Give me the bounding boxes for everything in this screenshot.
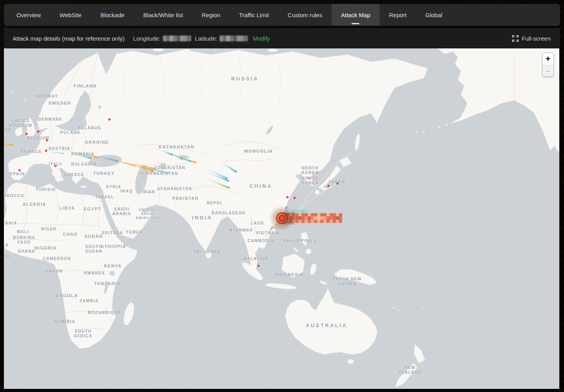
island-hokkaido [339, 157, 352, 167]
island-borneo [282, 254, 305, 278]
island-sardinia [52, 169, 55, 176]
fullscreen-button[interactable]: Full-screen [512, 28, 551, 48]
longitude-label: Longitude: [133, 35, 161, 42]
lake-ladoga [98, 105, 101, 109]
world-map-svg [4, 48, 559, 389]
attack-source-dot [308, 177, 310, 179]
tab-global[interactable]: Global [416, 4, 452, 26]
attack-source-dot [327, 185, 330, 187]
attack-source-dot [286, 196, 289, 198]
island-cyprus [102, 188, 106, 190]
islet-aleutian-1 [416, 131, 418, 133]
attack-source-dot [54, 165, 57, 167]
islet-fiji-2 [398, 310, 399, 311]
island-luzon [301, 232, 309, 246]
tab-black-white-list[interactable]: Black/White list [134, 4, 193, 26]
arctic-island-1 [153, 48, 164, 51]
island-mindanao [306, 249, 311, 254]
islet-pacific [422, 308, 423, 309]
tab-blockade[interactable]: Blockade [91, 4, 134, 26]
tab-attack-map[interactable]: Attack Map [332, 4, 380, 26]
attack-source-dot [46, 139, 48, 141]
latitude-value-redacted [220, 36, 248, 41]
attack-source-dot [336, 182, 339, 185]
tab-region[interactable]: Region [192, 4, 230, 26]
attack-source-dot [25, 133, 28, 135]
landmass-australia [285, 288, 377, 355]
latitude-label: Latitude: [195, 35, 218, 42]
map-zoom-control: + − [542, 53, 554, 77]
tab-report[interactable]: Report [380, 4, 416, 26]
island-sulawesi [309, 263, 317, 276]
island-srilanka [206, 251, 211, 258]
zoom-in-button[interactable]: + [543, 53, 553, 65]
map-toolbar: Attack map details (map for reference on… [4, 28, 560, 48]
island-crete [80, 186, 87, 188]
fullscreen-label: Full-screen [522, 35, 551, 42]
zoom-out-button[interactable]: − [543, 65, 553, 77]
lake-victoria [110, 271, 115, 276]
island-kyushu [315, 190, 319, 194]
tab-traffic-limit[interactable]: Traffic Limit [230, 4, 278, 26]
island-madagascar [122, 301, 136, 326]
attack-source-dot [108, 118, 111, 121]
lake-malawi [112, 297, 116, 309]
page-title: Attack map details (map for reference on… [12, 35, 125, 42]
attack-source-dot [37, 130, 39, 133]
island-nz-south [395, 363, 417, 387]
tab-overview[interactable]: Overview [7, 4, 50, 26]
island-ireland [15, 127, 23, 137]
landmass-north-america [437, 48, 559, 153]
tab-custom-rules[interactable]: Custom rules [278, 4, 332, 26]
attack-source-dot [257, 265, 260, 267]
island-new-guinea [334, 269, 377, 285]
islet-aleutian-3 [431, 129, 432, 130]
attack-source-dot [45, 150, 47, 152]
island-nz-north [414, 344, 425, 363]
island-timor [319, 280, 328, 285]
longitude-value-redacted [163, 36, 191, 41]
top-navbar: OverviewWebSiteBlockadeBlack/White listR… [4, 4, 560, 26]
islet-aleutian-5 [446, 124, 447, 126]
attack-source-dot [293, 197, 296, 199]
island-tasmania [348, 359, 354, 364]
arctic-island-2 [183, 49, 191, 52]
attack-map-canvas[interactable]: RUSSIAFINLANDNORWAYSWEDENDENMARKUNITED K… [4, 48, 559, 389]
fullscreen-expand-icon [512, 35, 519, 42]
islet-faroe [25, 99, 26, 100]
island-sakhalin [354, 134, 361, 151]
island-palawan [293, 247, 299, 252]
attack-source-dot [18, 169, 21, 171]
attack-trail [4, 144, 12, 145]
modify-link[interactable]: Modify [253, 35, 270, 42]
island-uk [23, 118, 36, 137]
islet-fiji-1 [393, 307, 394, 308]
redacted-mosaic-small [292, 210, 309, 213]
redacted-target-label [286, 213, 342, 223]
islet-aleutian-4 [439, 127, 440, 128]
attack-source-dot [285, 207, 287, 209]
tab-website[interactable]: WebSite [50, 4, 91, 26]
landmass-layer [4, 48, 559, 387]
arctic-island-3 [268, 49, 277, 52]
islet-aleutian-2 [423, 130, 425, 132]
islet-shetland [12, 91, 13, 93]
island-java [265, 282, 297, 290]
